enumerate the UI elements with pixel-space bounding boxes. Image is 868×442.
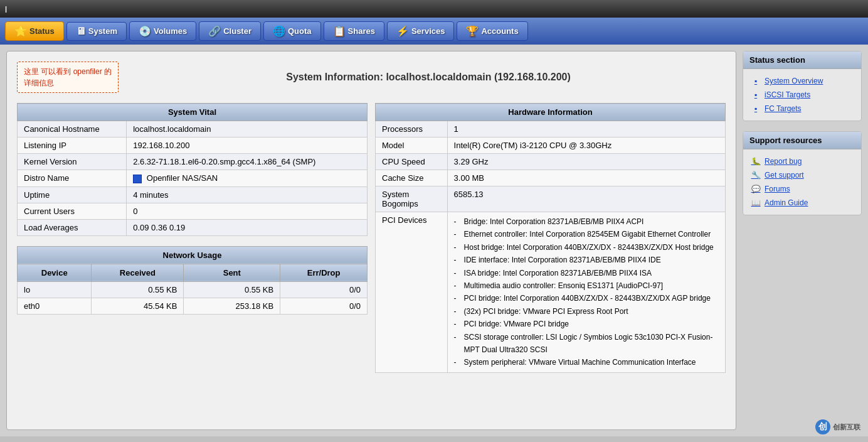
accounts-icon: 🏆	[466, 25, 479, 37]
pci-list: -Bridge: Intel Corporation 82371AB/EB/MB…	[454, 215, 719, 369]
note-line1: 这里 可以看到 openfiler 的	[24, 66, 112, 77]
sidebar-link-label: Admin Guide	[765, 198, 808, 207]
sidebar-item-admin-guide[interactable]: 📖 Admin Guide	[747, 196, 857, 210]
nav-item-system[interactable]: 🖥 System	[66, 22, 127, 41]
table-row: CPU Speed 3.29 GHz	[376, 154, 726, 170]
hw-label-cachesize: Cache Size	[376, 170, 448, 186]
sv-value-uptime: 4 minutes	[127, 186, 368, 203]
table-row: Load Averages 0.09 0.36 0.19	[18, 219, 368, 235]
nav-label-quota: Quota	[288, 26, 312, 36]
sv-label-ip: Listening IP	[18, 137, 127, 154]
table-row: System Bogomips 6585.13	[376, 186, 726, 212]
nav-item-volumes[interactable]: 💿 Volumes	[129, 21, 196, 41]
network-usage-header: Network Usage	[18, 246, 368, 264]
left-column: System Vital Canonical Hostname localhos…	[17, 103, 368, 383]
support-icon: 🔧	[751, 170, 761, 180]
sidebar-item-get-support[interactable]: 🔧 Get support	[747, 168, 857, 182]
sv-value-kernel: 2.6.32-71.18.1.el6-0.20.smp.gcc4.1.x86_6…	[127, 154, 368, 170]
table-row: Model Intel(R) Core(TM) i3-2120 CPU @ 3.…	[376, 137, 726, 154]
nav-item-accounts[interactable]: 🏆 Accounts	[457, 21, 527, 41]
sidebar-item-system-overview[interactable]: ▪ System Overview	[747, 74, 857, 88]
nav-label-accounts: Accounts	[481, 26, 518, 36]
pci-item: -Bridge: Intel Corporation 82371AB/EB/MB…	[454, 215, 719, 228]
sv-value-hostname: localhost.localdomain	[127, 121, 368, 137]
sv-label-hostname: Canonical Hostname	[18, 121, 127, 137]
table-row: Canonical Hostname localhost.localdomain	[18, 121, 368, 137]
net-device-eth0: eth0	[18, 298, 92, 314]
system-vital-header: System Vital	[18, 104, 368, 121]
sidebar-item-iscsi-targets[interactable]: ▪ iSCSI Targets	[747, 88, 857, 102]
watermark-text: 创新互联	[833, 423, 860, 432]
status-icon: ⭐	[14, 25, 27, 37]
sidebar-support-body: 🐛 Report bug 🔧 Get support 💬 Forums 📖 Ad…	[743, 149, 861, 215]
sv-label-users: Current Users	[18, 203, 127, 219]
sidebar-link-label: FC Targets	[765, 104, 801, 113]
sidebar-support-section: Support resources 🐛 Report bug 🔧 Get sup…	[743, 131, 862, 215]
top-bar-logo: |	[5, 5, 7, 13]
net-received-lo: 0.55 KB	[92, 281, 184, 298]
nav-label-status: Status	[29, 26, 55, 36]
net-received-eth0: 45.54 KB	[92, 298, 184, 314]
hardware-info-header: Hardware Information	[376, 104, 726, 121]
sidebar-link-label: iSCSI Targets	[765, 90, 810, 99]
network-usage-table: Network Usage Device Received Sent Err/D…	[17, 246, 368, 315]
nav-label-shares: Shares	[348, 26, 375, 36]
quota-icon: 🌐	[273, 25, 285, 37]
nav-label-services: Services	[411, 26, 445, 36]
pci-item: -Multimedia audio controller: Ensoniq ES…	[454, 279, 719, 292]
hw-label-processors: Processors	[376, 121, 448, 137]
table-row: Uptime 4 minutes	[18, 186, 368, 203]
hw-value-model: Intel(R) Core(TM) i3-2120 CPU @ 3.30GHz	[447, 137, 725, 154]
nav-item-cluster[interactable]: 🔗 Cluster	[199, 21, 261, 41]
table-row: Cache Size 3.00 MB	[376, 170, 726, 186]
hw-label-cpuspeed: CPU Speed	[376, 154, 448, 170]
sidebar-status-title: Status section	[743, 51, 861, 69]
page-header-note: 这里 可以看到 openfiler 的 详细信息	[17, 62, 119, 93]
hw-label-pci: PCI Devices	[376, 212, 448, 373]
pci-text: SCSI storage controller: LSI Logic / Sym…	[464, 331, 719, 357]
sv-value-distro: Openfiler NAS/SAN	[127, 170, 368, 187]
pci-text: Host bridge: Intel Corporation 440BX/ZX/…	[464, 241, 714, 254]
guide-icon: 📖	[751, 198, 761, 208]
pci-item: -Host bridge: Intel Corporation 440BX/ZX…	[454, 241, 719, 254]
hardware-info-table: Hardware Information Processors 1 Model …	[375, 103, 726, 373]
nav-item-quota[interactable]: 🌐 Quota	[263, 21, 321, 41]
main-wrapper: 这里 可以看到 openfiler 的 详细信息 System Informat…	[0, 45, 868, 436]
hw-value-cpuspeed: 3.29 GHz	[447, 154, 725, 170]
net-sent-lo: 0.55 KB	[184, 281, 280, 298]
system-vital-table: System Vital Canonical Hostname localhos…	[17, 103, 368, 236]
col-sent: Sent	[184, 264, 280, 281]
services-icon: ⚡	[396, 25, 409, 37]
two-col-layout: System Vital Canonical Hostname localhos…	[17, 103, 726, 383]
pci-text: Bridge: Intel Corporation 82371AB/EB/MB …	[464, 215, 644, 228]
nav-item-status[interactable]: ⭐ Status	[5, 21, 64, 41]
nav-label-cluster: Cluster	[223, 26, 251, 36]
nav-item-shares[interactable]: 📋 Shares	[324, 21, 384, 41]
hw-value-pci: -Bridge: Intel Corporation 82371AB/EB/MB…	[447, 212, 725, 373]
sidebar-item-fc-targets[interactable]: ▪ FC Targets	[747, 102, 857, 116]
net-errdrop-eth0: 0/0	[280, 298, 368, 314]
list-icon: ▪	[751, 104, 761, 114]
distro-icon	[133, 175, 142, 183]
table-row: PCI Devices -Bridge: Intel Corporation 8…	[376, 212, 726, 373]
sv-label-kernel: Kernel Version	[18, 154, 127, 170]
sv-label-uptime: Uptime	[18, 186, 127, 203]
pci-text: System peripheral: VMware Virtual Machin…	[464, 356, 696, 369]
pci-text: PCI bridge: Intel Corporation 440BX/ZX/D…	[464, 292, 711, 305]
pci-item: -SCSI storage controller: LSI Logic / Sy…	[454, 331, 719, 357]
nav-item-services[interactable]: ⚡ Services	[387, 21, 455, 41]
col-device: Device	[18, 264, 92, 281]
table-row: Current Users 0	[18, 203, 368, 219]
table-row: Listening IP 192.168.10.200	[18, 137, 368, 154]
sidebar-item-report-bug[interactable]: 🐛 Report bug	[747, 154, 857, 168]
sidebar-item-forums[interactable]: 💬 Forums	[747, 182, 857, 196]
col-received: Received	[92, 264, 184, 281]
hw-label-model: Model	[376, 137, 448, 154]
top-bar: |	[0, 0, 868, 18]
note-line2: 详细信息	[24, 77, 112, 89]
pci-item: -PCI bridge: Intel Corporation 440BX/ZX/…	[454, 292, 719, 305]
pci-item: -ISA bridge: Intel Corporation 82371AB/E…	[454, 267, 719, 279]
sidebar-link-label: System Overview	[765, 77, 823, 85]
table-row: Kernel Version 2.6.32-71.18.1.el6-0.20.s…	[18, 154, 368, 170]
sv-label-load: Load Averages	[18, 219, 127, 235]
